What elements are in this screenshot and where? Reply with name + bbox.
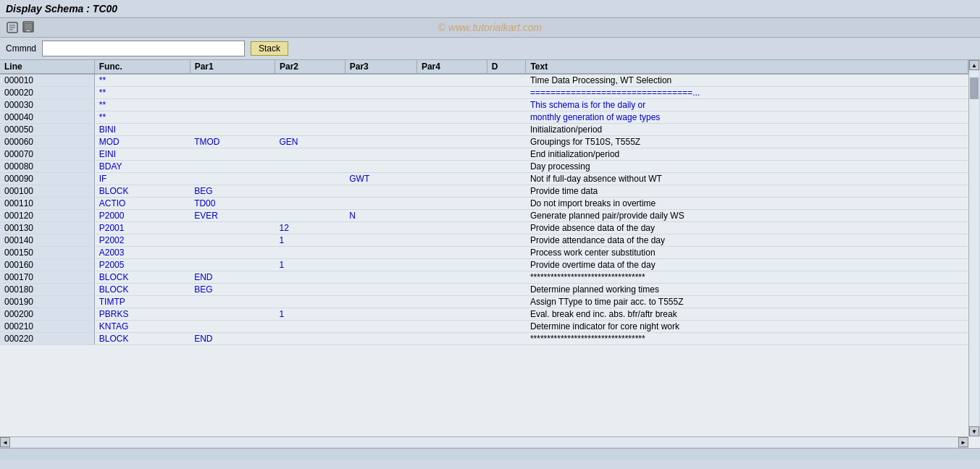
table-row[interactable]: 000130P200112Provide absence data of the…	[0, 222, 968, 234]
cell-d	[487, 321, 526, 333]
cell-line: 000220	[0, 333, 94, 345]
command-input[interactable]	[42, 41, 245, 56]
table-row[interactable]: 000170BLOCKEND**************************…	[0, 271, 968, 284]
cell-d	[487, 173, 526, 185]
cell-func: P2005	[94, 259, 190, 271]
cell-line: 000040	[0, 111, 94, 124]
cell-text: Provide attendance data of the day	[526, 234, 968, 247]
cell-func: BLOCK	[94, 284, 190, 296]
h-scroll-left-arrow[interactable]: ◄	[0, 437, 10, 447]
table-row[interactable]: 000150A2003Process work center substitut…	[0, 247, 968, 259]
watermark: © www.tutorialkart.com	[438, 22, 542, 33]
table-row[interactable]: 000110ACTIOTD00Do not import breaks in o…	[0, 198, 968, 210]
col-header-par2: Par2	[275, 60, 345, 74]
stack-button[interactable]: Stack	[251, 41, 288, 56]
cell-d	[487, 87, 526, 99]
cell-par2	[275, 161, 345, 173]
settings-icon[interactable]	[6, 21, 19, 34]
cell-d	[487, 148, 526, 161]
cell-par4	[416, 148, 487, 161]
bookmark-icon[interactable]	[22, 21, 35, 34]
cell-par3	[345, 296, 416, 308]
cell-par3	[345, 124, 416, 136]
cell-par1	[190, 234, 275, 247]
cell-line: 000070	[0, 148, 94, 161]
cell-par4	[416, 284, 487, 296]
cell-par4	[416, 210, 487, 222]
table-row[interactable]: 000090IFGWTNot if full-day absence witho…	[0, 173, 968, 185]
cell-par1: BEG	[190, 185, 275, 198]
table-row[interactable]: 000100BLOCKBEGProvide time data	[0, 185, 968, 198]
col-header-par3: Par3	[345, 60, 416, 74]
table-row[interactable]: 000190TIMTPAssign TType to time pair acc…	[0, 296, 968, 308]
cell-par1: END	[190, 271, 275, 284]
cell-line: 000130	[0, 222, 94, 234]
cell-line: 000080	[0, 161, 94, 173]
table-row[interactable]: 000040**monthly generation of wage types	[0, 111, 968, 124]
cell-par2	[275, 99, 345, 111]
cell-d	[487, 161, 526, 173]
cell-par2: 1	[275, 308, 345, 321]
table-row[interactable]: 000160P20051Provide overtime data of the…	[0, 259, 968, 271]
cell-par1	[190, 259, 275, 271]
col-header-line: Line	[0, 60, 94, 74]
scroll-thumb[interactable]	[970, 77, 979, 99]
table-row[interactable]: 000220BLOCKEND**************************…	[0, 333, 968, 345]
cell-par2	[275, 210, 345, 222]
cell-par1	[190, 321, 275, 333]
cell-d	[487, 234, 526, 247]
table-header-row: Line Func. Par1 Par2 Par3 Par4 D Text	[0, 60, 968, 74]
cell-par4	[416, 259, 487, 271]
h-scroll-right-arrow[interactable]: ►	[958, 437, 968, 447]
table-row[interactable]: 000050BINIInitialization/period	[0, 124, 968, 136]
command-bar: Cmmnd Stack	[0, 38, 980, 60]
cell-func: PBRKS	[94, 308, 190, 321]
cell-par3	[345, 284, 416, 296]
table-row[interactable]: 000120P2000EVERNGenerate planned pair/pr…	[0, 210, 968, 222]
cell-par2	[275, 111, 345, 124]
cell-par2	[275, 247, 345, 259]
scroll-up-arrow[interactable]: ▲	[969, 60, 979, 70]
table-row[interactable]: 000010**Time Data Processing, WT Selecti…	[0, 74, 968, 87]
cell-text: Provide time data	[526, 185, 968, 198]
cell-d	[487, 198, 526, 210]
right-scrollbar[interactable]: ▲ ▼	[968, 60, 980, 436]
cell-d	[487, 247, 526, 259]
cell-text: Eval. break end inc. abs. bfr/aftr break	[526, 308, 968, 321]
table-row[interactable]: 000140P20021Provide attendance data of t…	[0, 234, 968, 247]
cell-func: BLOCK	[94, 333, 190, 345]
table-row[interactable]: 000210KNTAGDetermine indicator for core …	[0, 321, 968, 333]
cell-par4	[416, 234, 487, 247]
cell-par3	[345, 321, 416, 333]
title-bar: Display Schema : TC00	[0, 0, 980, 18]
table-row[interactable]: 000070EINIEnd initialization/period	[0, 148, 968, 161]
cell-par3: GWT	[345, 173, 416, 185]
scroll-down-arrow[interactable]: ▼	[969, 426, 979, 436]
cell-func: P2002	[94, 234, 190, 247]
cell-par3	[345, 136, 416, 148]
cell-par3	[345, 185, 416, 198]
cell-line: 000170	[0, 271, 94, 284]
table-row[interactable]: 000020**================================…	[0, 87, 968, 99]
bottom-scrollbar[interactable]: ◄ ►	[0, 436, 968, 448]
cell-par2	[275, 198, 345, 210]
cell-func: IF	[94, 173, 190, 185]
cell-text: Determine indicator for core night work	[526, 321, 968, 333]
col-header-func: Func.	[94, 60, 190, 74]
cell-line: 000030	[0, 99, 94, 111]
cell-d	[487, 222, 526, 234]
cell-text: This schema is for the daily or	[526, 99, 968, 111]
table-row[interactable]: 000080BDAYDay processing	[0, 161, 968, 173]
cell-par1: END	[190, 333, 275, 345]
cell-text: End initialization/period	[526, 148, 968, 161]
cell-line: 000050	[0, 124, 94, 136]
table-row[interactable]: 000180BLOCKBEGDetermine planned working …	[0, 284, 968, 296]
cell-par4	[416, 222, 487, 234]
cell-par3: N	[345, 210, 416, 222]
cell-text: Assign TType to time pair acc. to T555Z	[526, 296, 968, 308]
cell-par3	[345, 308, 416, 321]
table-row[interactable]: 000200PBRKS1Eval. break end inc. abs. bf…	[0, 308, 968, 321]
table-row[interactable]: 000030**This schema is for the daily or	[0, 99, 968, 111]
table-row[interactable]: 000060MODTMODGENGroupings for T510S, T55…	[0, 136, 968, 148]
cell-par4	[416, 321, 487, 333]
